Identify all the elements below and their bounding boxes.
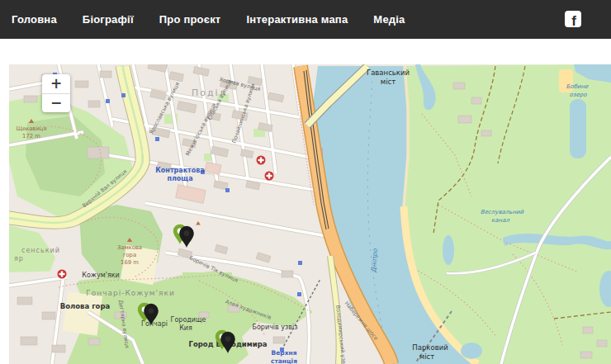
label-zamkova-elev: 169 m (121, 259, 139, 266)
facebook-glyph: f (571, 15, 576, 27)
zoom-out-button[interactable]: − (42, 94, 70, 113)
interactive-map[interactable]: + − (9, 64, 611, 364)
label-shchekavytsia-elev: 172 m (22, 133, 40, 139)
facebook-icon[interactable]: f (565, 11, 581, 27)
label-vesluvalnyi-2: канал (491, 217, 509, 224)
label-borychiv-uzviz: Боричів узвіз (252, 324, 297, 331)
label-honchari: Гончарі (141, 320, 168, 328)
label-bobyne-2: озеро (569, 92, 587, 98)
label-kontraktova-1: Контрактова (155, 167, 204, 174)
nav-item-interactive-map[interactable]: Інтерактивна мапа (246, 13, 348, 26)
top-navbar: Головна Біографії Про проєкт Інтерактивн… (0, 0, 611, 39)
label-voznesenskyi-2: яр (14, 255, 24, 262)
label-zamkova-1: Замкова (117, 244, 142, 251)
label-kontraktova-2: площа (167, 175, 192, 182)
label-verkhnia-1: Верхня (271, 349, 296, 357)
zoom-in-button[interactable]: + (42, 74, 70, 94)
label-volova-hora: Волова гора (60, 302, 111, 310)
nav-item-about[interactable]: Про проєкт (159, 13, 221, 26)
nav-item-home[interactable]: Головна (12, 13, 57, 26)
label-kozhumyaky: Кожум'яки (82, 272, 120, 279)
label-havanskyi-2: міст (381, 78, 395, 86)
label-bobyne-1: Бобине (566, 83, 590, 90)
label-voznesenskyi-1: сенський (21, 247, 60, 254)
map-canvas[interactable]: Поділ Щекавиця 172 m Контрактова площа Г… (9, 64, 611, 364)
nav-item-biographies[interactable]: Біографії (83, 13, 134, 26)
label-honchari-kozhumyaky: Гончарі-Кожум'яки (86, 289, 174, 297)
label-parkovyi-1: Парковий (412, 343, 448, 352)
label-parkovyi-2: міст (419, 352, 434, 361)
label-zamkova-2: гора (123, 252, 136, 258)
map-zoom-control: + − (42, 74, 70, 112)
nav-item-media[interactable]: Медіа (373, 13, 405, 26)
label-horodyshche-1: Городище (171, 316, 206, 324)
label-vesluvalnyi-1: Веслувальний (481, 209, 524, 215)
label-verkhnia-2: станція (271, 357, 297, 364)
label-havanskyi-1: Гаванський (367, 69, 410, 77)
label-shchekavytsia: Щекавиця (16, 125, 46, 132)
label-horodyshche-2: Кия (179, 324, 192, 332)
